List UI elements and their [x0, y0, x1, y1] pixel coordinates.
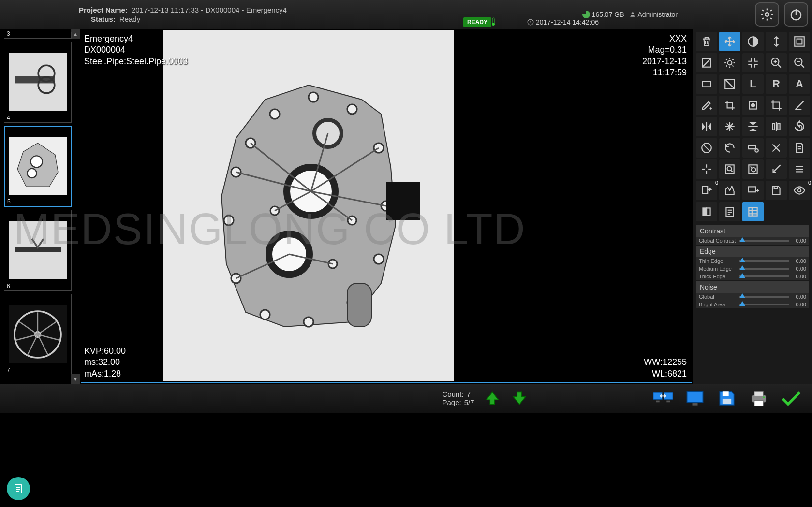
- actual-size-tool[interactable]: [742, 53, 764, 72]
- noise-bright-label: Bright Area: [699, 302, 737, 307]
- zoom-in-tool[interactable]: [766, 53, 787, 72]
- svg-point-128: [763, 396, 765, 398]
- monitor-button[interactable]: [683, 389, 707, 408]
- export-badge: 0: [715, 180, 718, 186]
- contrast-tool[interactable]: [742, 32, 764, 51]
- zoom-out-tool[interactable]: [789, 53, 810, 72]
- print-button[interactable]: [747, 389, 770, 408]
- svg-point-61: [728, 61, 732, 65]
- svg-point-32: [347, 104, 357, 114]
- histogram-tool[interactable]: [719, 181, 740, 200]
- shutter-tool[interactable]: [719, 74, 740, 94]
- temperature-icon: [491, 17, 496, 26]
- mirror2-tool[interactable]: [766, 117, 787, 136]
- close-tool[interactable]: [766, 138, 787, 158]
- save-disk-tool[interactable]: [766, 181, 787, 200]
- target-box-icon: [747, 99, 759, 112]
- project-value: 2017-12-13 11:17:33 - DX000004 - Emergen…: [132, 6, 287, 14]
- ready-badge: READY: [463, 17, 491, 27]
- power-button[interactable]: [784, 2, 808, 27]
- table-tool[interactable]: [742, 202, 764, 221]
- noise-global-slider[interactable]: [739, 296, 789, 298]
- window-tool[interactable]: [696, 53, 717, 72]
- svg-line-95: [731, 170, 732, 172]
- flip-v-tool[interactable]: [766, 32, 787, 51]
- next-page-button[interactable]: [510, 389, 529, 407]
- thumbnail-4[interactable]: 4: [4, 42, 72, 123]
- zoom-box-icon: [723, 163, 736, 175]
- medium-edge-slider[interactable]: [739, 268, 789, 270]
- noise-bright-slider[interactable]: [739, 304, 789, 305]
- thumbnail-5[interactable]: 5: [4, 126, 72, 207]
- pan-tool[interactable]: [719, 32, 740, 51]
- fit-icon: [793, 35, 806, 48]
- thumb-scroll-up[interactable]: ▲: [71, 29, 80, 39]
- roi-zoom-tool[interactable]: [742, 159, 764, 179]
- save-button[interactable]: [715, 389, 738, 408]
- thin-edge-slider[interactable]: [739, 260, 789, 262]
- undo-icon: [793, 120, 806, 133]
- thick-edge-slider[interactable]: [739, 275, 789, 277]
- l-marker-tool[interactable]: L: [742, 74, 764, 94]
- invert-tool[interactable]: [696, 202, 717, 221]
- thumb6-img: [9, 221, 67, 279]
- crosshair-tool[interactable]: [696, 159, 717, 179]
- svg-line-75: [801, 64, 804, 68]
- mirror-v-tool[interactable]: [742, 117, 764, 136]
- svg-line-82: [704, 145, 710, 151]
- x-icon: [770, 142, 782, 154]
- visibility-tool[interactable]: 0: [789, 181, 810, 200]
- svg-rect-120: [666, 401, 670, 403]
- disk-free: 165.07 GB: [582, 11, 624, 18]
- prev-page-button[interactable]: [483, 389, 502, 407]
- a-marker-tool[interactable]: A: [789, 74, 810, 94]
- image-viewer[interactable]: MEDSINGLONG CO LTD Emergency4DX000004Ste…: [81, 30, 692, 383]
- svg-rect-54: [386, 182, 420, 220]
- count-page-block: Count: 7 Page: 5/7: [442, 390, 474, 406]
- accept-button[interactable]: [779, 389, 802, 408]
- roi-tool[interactable]: [742, 96, 764, 115]
- brightness-tool[interactable]: [719, 53, 740, 72]
- no-tool[interactable]: [696, 138, 717, 158]
- mirror-h-tool[interactable]: [696, 117, 717, 136]
- r-marker-tool[interactable]: R: [766, 74, 787, 94]
- crop-tool[interactable]: [719, 96, 740, 115]
- disk-free-value: 165.07 GB: [592, 11, 624, 18]
- pointer-tool[interactable]: [766, 159, 787, 179]
- user-indicator[interactable]: Administrator: [629, 11, 678, 18]
- mirror-v-icon: [747, 120, 759, 133]
- rect-tool[interactable]: [696, 74, 717, 94]
- crop2-tool[interactable]: [766, 96, 787, 115]
- global-contrast-slider[interactable]: [739, 240, 789, 242]
- angle-tool[interactable]: [789, 96, 810, 115]
- ruler-gear-icon: [747, 142, 759, 154]
- rotate-ccw-tool[interactable]: [719, 138, 740, 158]
- document-tool[interactable]: [789, 138, 810, 158]
- zoom-out-icon: [793, 57, 806, 69]
- thumb4-img: [9, 53, 67, 111]
- disk-pie-icon: [582, 11, 590, 18]
- list-tool[interactable]: [789, 159, 810, 179]
- fit-tool[interactable]: [789, 32, 810, 51]
- thin-edge-val: 0.00: [792, 258, 806, 264]
- thumbnail-6[interactable]: 6: [4, 210, 72, 291]
- delete-tool[interactable]: [696, 32, 717, 51]
- notes-tool[interactable]: [719, 202, 740, 221]
- dicom-send-tool[interactable]: [742, 181, 764, 200]
- region-zoom-tool[interactable]: [719, 159, 740, 179]
- ruler-settings-tool[interactable]: [742, 138, 764, 158]
- settings-button[interactable]: [755, 2, 779, 27]
- thumbnail-7[interactable]: 7: [4, 294, 72, 375]
- svg-rect-113: [749, 207, 757, 216]
- annotate-tool[interactable]: [696, 96, 717, 115]
- sparkle-tool[interactable]: [719, 117, 740, 136]
- thumb-num: 5: [6, 198, 12, 205]
- export-tool[interactable]: 0: [696, 181, 717, 200]
- dual-monitor-button[interactable]: [651, 389, 675, 408]
- notes-fab-button[interactable]: [7, 477, 30, 500]
- scale-bar: 10cm: [672, 175, 682, 267]
- reset-tool[interactable]: [789, 117, 810, 136]
- thumb-scroll-down[interactable]: ▼: [71, 374, 80, 384]
- table-icon: [747, 205, 759, 218]
- thumbnail-3[interactable]: 3: [4, 32, 72, 39]
